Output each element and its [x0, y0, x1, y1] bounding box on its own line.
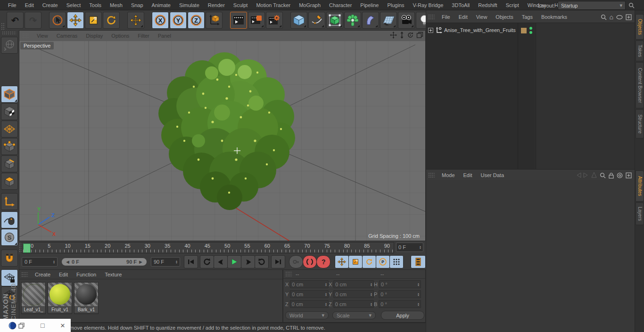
tab-objects[interactable]: Objects: [636, 14, 644, 40]
stepper-icon[interactable]: ▴▾: [53, 260, 55, 264]
menu-pipeline[interactable]: Pipeline: [356, 2, 383, 8]
tweak-mode-button[interactable]: [1, 211, 18, 228]
search-icon[interactable]: [600, 172, 606, 178]
axis-y-lock-button[interactable]: Y: [170, 12, 187, 29]
add-camera-button[interactable]: [398, 12, 415, 29]
key-pla-button[interactable]: [389, 255, 404, 268]
record-key-button[interactable]: [289, 255, 303, 268]
play-forwards-button[interactable]: [255, 255, 269, 268]
tab-structure[interactable]: Structure: [636, 109, 644, 138]
texture-mode-button[interactable]: [1, 103, 18, 120]
position-z-field[interactable]: 0 cm▴▾: [290, 300, 329, 308]
menu-character[interactable]: Character: [325, 2, 356, 8]
make-editable-button[interactable]: [1, 37, 18, 54]
key-rotation-button[interactable]: [362, 255, 376, 268]
timeline-window-button[interactable]: [411, 255, 426, 268]
attributes-menu-edit[interactable]: Edit: [459, 172, 477, 178]
close-window-button[interactable]: ✕: [60, 322, 65, 329]
menu-sculpt[interactable]: Sculpt: [229, 2, 252, 8]
redo-button[interactable]: ↷: [25, 12, 41, 29]
live-selection-button[interactable]: [49, 12, 66, 29]
add-cloner-button[interactable]: [344, 12, 361, 29]
viewport-menu-filter[interactable]: Filter: [133, 33, 153, 39]
material-menu-function[interactable]: Function: [72, 272, 100, 277]
pin-icon[interactable]: [591, 172, 597, 178]
objects-menu-edit[interactable]: Edit: [454, 14, 472, 20]
undo-button[interactable]: ↶: [7, 12, 24, 29]
objects-menu-view[interactable]: View: [472, 14, 492, 20]
add-cube-button[interactable]: [290, 12, 307, 29]
keyframe-question-button[interactable]: ?: [316, 255, 330, 268]
tab-takes[interactable]: Takes: [636, 40, 644, 61]
objects-menu-bookmarks[interactable]: Bookmarks: [537, 14, 571, 20]
objects-menu-objects[interactable]: Objects: [491, 14, 517, 20]
menu-create[interactable]: Create: [38, 2, 62, 8]
objects-grip[interactable]: [428, 14, 435, 20]
attributes-menu-mode[interactable]: Mode: [438, 172, 459, 178]
material-grip[interactable]: [21, 272, 28, 277]
tab-content-browser[interactable]: Content Browser: [636, 62, 644, 108]
maximize-window-button[interactable]: □: [41, 322, 44, 329]
tab-attributes[interactable]: Attributes: [636, 170, 644, 202]
model-mode-button[interactable]: [1, 86, 18, 103]
add-subdivision-surface-button[interactable]: [326, 12, 343, 29]
render-settings-button[interactable]: [266, 12, 283, 29]
search-icon[interactable]: [601, 14, 607, 20]
zoom-view-icon[interactable]: [399, 32, 405, 39]
polygons-mode-button[interactable]: [1, 173, 18, 190]
start-frame-spinner[interactable]: 0 F ▴▾: [22, 257, 58, 267]
attributes-body[interactable]: [426, 180, 635, 332]
axis-z-lock-button[interactable]: Z: [188, 12, 205, 29]
material-swatch-fruit[interactable]: Fruit_v1: [48, 282, 72, 314]
menu-vray-bridge[interactable]: V-Ray Bridge: [409, 2, 448, 8]
restore-window-button[interactable]: [18, 323, 25, 329]
axis-mode-button[interactable]: [1, 193, 18, 210]
menu-3dtoall[interactable]: 3DToAll: [447, 2, 474, 8]
end-frame-spinner[interactable]: 90 F ▴▾: [151, 257, 180, 267]
anise-tree-object[interactable]: [132, 47, 321, 211]
scale-y-field[interactable]: 0 cm▴▾: [333, 290, 374, 298]
key-scale-button[interactable]: [348, 255, 363, 268]
move-tool-button[interactable]: [67, 12, 84, 29]
new-panel-icon[interactable]: [626, 172, 632, 178]
last-used-tool-button[interactable]: [127, 12, 144, 29]
viewport-menu-view[interactable]: View: [33, 33, 52, 39]
scale-x-field[interactable]: 0 cm▴▾: [333, 280, 374, 288]
position-y-field[interactable]: 0 cm▴▾: [290, 290, 329, 298]
menu-tools[interactable]: Tools: [85, 2, 106, 8]
render-view-button[interactable]: [230, 12, 247, 29]
viewport-menu-grip[interactable]: [22, 33, 29, 39]
search-icon[interactable]: [628, 2, 635, 8]
viewport-menu-display[interactable]: Display: [82, 33, 107, 39]
rotation-b-field[interactable]: 0 °▴▾: [379, 300, 421, 308]
objects-menu-tags[interactable]: Tags: [518, 14, 537, 20]
menu-select[interactable]: Select: [62, 2, 85, 8]
new-panel-icon[interactable]: [626, 14, 632, 20]
workplane-mode-button[interactable]: [1, 121, 18, 138]
transform-mode-select[interactable]: Scale▾: [332, 311, 376, 319]
cinema4d-app-icon[interactable]: [8, 322, 17, 330]
menu-plugins[interactable]: Plugins: [383, 2, 408, 8]
menu-edit[interactable]: Edit: [21, 2, 38, 8]
mode-toolbar-grip[interactable]: [2, 31, 16, 35]
rotate-view-icon[interactable]: [407, 32, 414, 39]
filter-eye-icon[interactable]: [616, 15, 623, 19]
attributes-menu-user-data[interactable]: User Data: [477, 172, 509, 178]
object-list[interactable]: Anise_Tree_with_Green_Fruits: [426, 23, 635, 170]
material-swatch-bark[interactable]: Bark_v1: [74, 282, 99, 314]
viewport-solo-button[interactable]: S: [1, 229, 18, 246]
preview-range-slider[interactable]: ◄ 0 F 90 F ►: [61, 258, 147, 266]
timeline-track[interactable]: 051015202530354045505560657075808590: [22, 242, 394, 253]
coordinate-system-button[interactable]: [206, 12, 223, 29]
coordinate-space-select[interactable]: World▾: [285, 311, 329, 319]
lock-icon[interactable]: [609, 172, 614, 178]
menu-motion-tracker[interactable]: Motion Tracker: [252, 2, 295, 8]
layout-select[interactable]: Startup ▾: [558, 1, 626, 10]
goto-start-button[interactable]: [184, 255, 198, 268]
material-menu-texture[interactable]: Texture: [100, 272, 126, 277]
viewport-canvas[interactable]: Y Z X Perspective Grid Spacing : 100 cm: [19, 41, 425, 241]
viewport-menu-options[interactable]: Options: [107, 33, 133, 39]
rotate-tool-button[interactable]: [103, 12, 120, 29]
stepper-icon[interactable]: ▴▾: [420, 245, 421, 249]
object-row-anise-tree[interactable]: Anise_Tree_with_Green_Fruits: [428, 26, 516, 34]
